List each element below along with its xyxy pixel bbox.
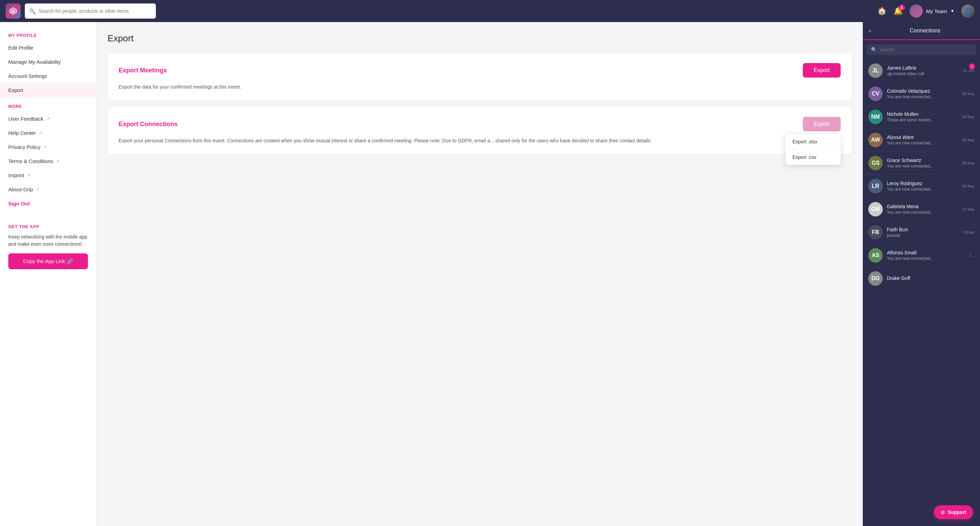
global-search-bar[interactable]: 🔍	[25, 3, 156, 19]
export-xlsx-option[interactable]: Export .xlsx	[786, 134, 841, 149]
sidebar-item-manage-availability[interactable]: Manage My Availability	[0, 55, 96, 69]
search-icon: 🔍	[871, 47, 877, 52]
search-input[interactable]	[39, 8, 152, 14]
collapse-panel-button[interactable]: »	[868, 28, 871, 34]
connection-avatar: JL	[868, 64, 883, 78]
export-connections-button[interactable]: Export	[803, 117, 841, 131]
sidebar-item-export[interactable]: Export	[0, 83, 96, 97]
external-link-icon: ↗	[39, 130, 42, 135]
connection-avatar: GM	[868, 202, 883, 216]
connection-item[interactable]: LR Leroy Rodriguez You are now connected…	[863, 175, 980, 198]
panel-title: Connections	[875, 28, 974, 34]
connection-item[interactable]: DG Drake Goff	[863, 267, 980, 290]
connections-list: JL James LaBrie 📹 Instant video call 01 …	[863, 59, 980, 526]
connection-time: 30 May	[962, 138, 974, 142]
connection-last-msg: You are now connected...	[887, 94, 959, 99]
sidebar-item-edit-profile[interactable]: Edit Profile	[0, 41, 96, 55]
connection-item[interactable]: FB Faith Burt passed 20 Apr	[863, 221, 980, 244]
sidebar-item-help-center[interactable]: Help Center ↗	[0, 126, 96, 140]
header-right: 🏠 🔔 2 My Team ▼ 👤	[877, 5, 974, 17]
connection-name: Grace Schwartz	[887, 157, 959, 163]
export-meetings-button[interactable]: Export	[803, 63, 841, 78]
connections-search-bar[interactable]: 🔍	[867, 44, 976, 55]
connection-info: Faith Burt passed	[887, 227, 961, 238]
sidebar: MY PROFILE Edit Profile Manage My Availa…	[0, 22, 97, 526]
connection-last-msg: You are now connected...	[887, 256, 967, 261]
connection-last-msg: You are now connected...	[887, 141, 959, 145]
connection-time: 22 May	[962, 207, 974, 211]
connection-item[interactable]: GS Grace Schwartz You are now connected.…	[863, 152, 980, 175]
more-section-label: MORE	[0, 104, 96, 109]
connection-name: Drake Goff	[887, 275, 972, 281]
connection-time: 30 May	[962, 184, 974, 188]
export-meetings-title: Export Meetings	[119, 67, 167, 74]
sign-out-button[interactable]: Sign Out	[0, 197, 96, 211]
external-link-icon: ↗	[56, 159, 60, 164]
connection-info: Drake Goff	[887, 275, 972, 281]
main-content: Export Export Meetings Export Export the…	[97, 22, 863, 526]
support-icon: ⊙	[941, 509, 945, 515]
export-meetings-header: Export Meetings Export	[119, 63, 841, 78]
notifications-button[interactable]: 🔔 2	[893, 6, 903, 16]
connection-name: James LaBrie	[887, 65, 960, 71]
about-grip-label: About Grip	[8, 186, 33, 192]
connection-time: 30 May	[962, 92, 974, 96]
connection-name: Leroy Rodriguez	[887, 181, 959, 186]
sidebar-item-terms-conditions[interactable]: Terms & Conditions ↗	[0, 154, 96, 168]
connection-item[interactable]: AS Alfonso Small You are now connected..…	[863, 244, 980, 267]
privacy-policy-label: Privacy Policy	[8, 144, 40, 150]
export-label: Export	[8, 87, 23, 93]
connection-time: 20 Apr	[963, 230, 974, 234]
connection-item[interactable]: NM Nichole Mullen These are some meetin.…	[863, 105, 980, 129]
sidebar-item-imprint[interactable]: Imprint ↗	[0, 168, 96, 182]
team-avatar	[910, 5, 923, 17]
connection-item[interactable]: AW Alyssa Ware You are now connected... …	[863, 129, 980, 152]
team-name: My Team	[926, 8, 947, 14]
export-connections-header: Export Connections Export Export .xlsx E…	[119, 117, 841, 131]
connection-avatar: AW	[868, 133, 883, 147]
connection-badge: 1	[969, 64, 975, 70]
connection-name: Alyssa Ware	[887, 134, 959, 140]
export-connections-title: Export Connections	[119, 121, 178, 128]
connection-time: 30 May	[962, 161, 974, 165]
page-layout: MY PROFILE Edit Profile Manage My Availa…	[0, 22, 980, 526]
connection-item[interactable]: JL James LaBrie 📹 Instant video call 01 …	[863, 59, 980, 83]
copy-app-link-button[interactable]: Copy the App Link 🔗	[8, 253, 88, 269]
my-profile-section-label: MY PROFILE	[0, 33, 96, 38]
app-logo	[6, 3, 21, 19]
connection-last-msg: 📹 Instant video call	[887, 72, 960, 76]
export-meetings-card: Export Meetings Export Export the data f…	[108, 53, 852, 100]
user-feedback-label: User Feedback	[8, 116, 43, 122]
export-meetings-desc: Export the data for your confirmed meeti…	[119, 83, 841, 91]
edit-profile-label: Edit Profile	[8, 45, 33, 51]
connection-item[interactable]: GM Gabriela Mena You are now connected..…	[863, 198, 980, 221]
team-section[interactable]: My Team ▼	[910, 5, 955, 17]
terms-conditions-label: Terms & Conditions	[8, 158, 53, 164]
connection-name: Gabriela Mena	[887, 204, 959, 209]
home-icon[interactable]: 🏠	[877, 6, 886, 16]
sidebar-item-about-grip[interactable]: About Grip ↗	[0, 182, 96, 197]
export-connections-dropdown-wrapper: Export Export .xlsx Export .csv	[803, 117, 841, 131]
connection-item[interactable]: CV Colorado Velazquez You are now connec…	[863, 83, 980, 105]
sidebar-item-privacy-policy[interactable]: Privacy Policy ↗	[0, 140, 96, 154]
connection-avatar: GS	[868, 156, 883, 170]
connection-avatar: LR	[868, 179, 883, 193]
support-button[interactable]: ⊙ Support	[934, 505, 973, 519]
external-link-icon: ↗	[36, 187, 40, 192]
export-connections-card: Export Connections Export Export .xlsx E…	[108, 107, 852, 154]
user-avatar[interactable]: 👤	[961, 5, 974, 17]
connection-time: 2...	[969, 253, 974, 257]
connection-last-msg: passed	[887, 233, 961, 238]
connection-name: Nichole Mullen	[887, 111, 959, 117]
connection-name: Colorado Velazquez	[887, 88, 959, 94]
external-link-icon: ↗	[46, 116, 50, 121]
connection-info: Nichole Mullen These are some meetin...	[887, 111, 959, 122]
sidebar-item-account-settings[interactable]: Account Settings	[0, 69, 96, 83]
connection-avatar: AS	[868, 248, 883, 263]
connection-avatar: CV	[868, 86, 883, 101]
connections-search-input[interactable]	[880, 47, 972, 52]
connection-info: Grace Schwartz You are now connected...	[887, 157, 959, 168]
get-app-text: Keep networking with the mobile app and …	[8, 234, 88, 248]
sidebar-item-user-feedback[interactable]: User Feedback ↗	[0, 112, 96, 126]
export-csv-option[interactable]: Export .csv	[786, 149, 841, 165]
